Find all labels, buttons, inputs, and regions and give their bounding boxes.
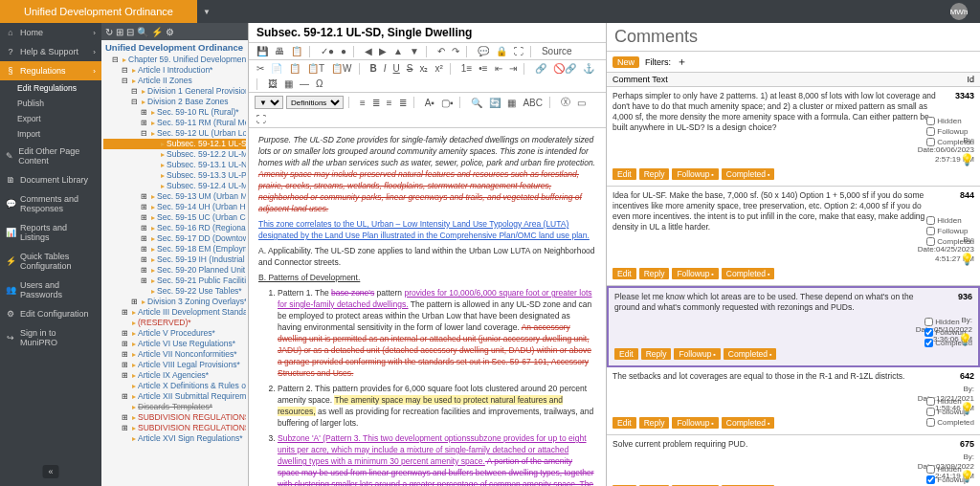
tree-item[interactable]: ⊞▸Sec. 59-18 EM (Employment)* [103, 244, 246, 254]
lightbulb-icon[interactable]: 💡 [960, 470, 974, 483]
table-icon[interactable]: ▦ [282, 77, 295, 90]
tree-item[interactable]: ⊞▸Sec. 59-19 IH (Industrial Heavy)* [103, 254, 246, 265]
paste-icon[interactable]: 📋 [287, 62, 302, 75]
tree-item[interactable]: ⊞▸Article VIII Legal Provisions* [103, 360, 246, 370]
next-icon[interactable]: ▶ [377, 45, 389, 57]
defs-select[interactable]: Definitions [286, 96, 344, 109]
followup-checkbox[interactable] [926, 127, 935, 136]
lightbulb-icon[interactable]: 💡 [960, 402, 974, 415]
bold-icon[interactable]: B [368, 62, 379, 75]
save-icon[interactable]: 💾 [255, 45, 270, 57]
tree-item[interactable]: ▸Subsec. 59-13.3 UL-PO, Profession [103, 170, 246, 181]
sidebar-item-6[interactable]: 📊Reports and Listings [0, 218, 101, 247]
reply-button[interactable]: Reply [639, 268, 670, 279]
fold-icon[interactable]: ⊞ [140, 276, 148, 286]
fold-icon[interactable]: ⊞ [140, 265, 148, 276]
tree-item[interactable]: ⊞▸Article V Procedures* [103, 328, 246, 339]
followup-button[interactable]: Followup [672, 268, 718, 279]
tree-item[interactable]: ⊞▸Article III Development Standards* [103, 307, 246, 318]
paste-text-icon[interactable]: 📋T [305, 62, 326, 75]
header-dropdown-icon[interactable]: ▼ [197, 8, 216, 16]
bg-color-icon[interactable]: ▢▪ [439, 97, 456, 109]
comment-row[interactable]: Perhaps simpler to only have 2 patterns.… [607, 87, 980, 187]
tree-item[interactable]: ⊟▸Article I Introduction* [103, 65, 246, 76]
followup-button[interactable]: Followup [672, 168, 718, 180]
tree-item[interactable]: ▸Subsec. 59-13.1 UL-NC, Neighborh [103, 160, 246, 170]
spellcheck-icon[interactable]: ABC [521, 97, 545, 109]
undo-icon[interactable]: ↶ [435, 45, 447, 57]
sidebar-item-3[interactable]: ✎Edit Other Page Content [0, 142, 101, 170]
tree-item[interactable]: ⊞▸Sec. 59-11 RM (Rural Medium)* [103, 118, 246, 128]
fold-icon[interactable]: ⊞ [140, 244, 148, 254]
indent-icon[interactable]: ⇥ [507, 62, 519, 75]
fold-icon[interactable]: ⊞ [140, 212, 148, 223]
comment-row[interactable]: Solve current problem requiring PUD.675B… [607, 435, 980, 486]
completed-button[interactable]: Completed [722, 417, 775, 429]
sidebar-item-0[interactable]: ⌂Home› [0, 23, 101, 42]
followup-checkbox[interactable] [926, 408, 935, 416]
completed-checkbox[interactable] [926, 237, 935, 246]
completed-checkbox[interactable] [926, 418, 935, 427]
source-button[interactable]: Source [540, 45, 574, 57]
fold-icon[interactable]: ⊞ [130, 297, 139, 307]
cut-icon[interactable]: ✂ [255, 62, 266, 75]
comment-row[interactable]: The setbacks and lot coverages are equal… [607, 367, 980, 435]
fold-icon[interactable]: ⊟ [140, 128, 148, 139]
tree-item[interactable]: ⊞▸Sec. 59-14 UH (Urban High)* [103, 202, 246, 212]
align-right-icon[interactable]: ≡ [385, 97, 394, 109]
fold-icon[interactable]: ⊟ [121, 76, 129, 86]
remove-format-icon[interactable]: Ⓧ [559, 95, 572, 110]
copy2-icon[interactable]: 📄 [269, 62, 284, 75]
edit-button[interactable]: Edit [612, 268, 636, 279]
hidden-checkbox[interactable] [926, 397, 935, 406]
reply-button[interactable]: Reply [641, 348, 672, 360]
tree-item[interactable]: ⊞▸Sec. 59-20 Planned Unit Developm [103, 265, 246, 276]
link-icon[interactable]: 🔗 [533, 62, 548, 75]
edit-button[interactable]: Edit [612, 417, 636, 429]
fold-icon[interactable]: ⊞ [121, 307, 129, 318]
followup-button[interactable]: Followup [672, 417, 718, 429]
track-off-icon[interactable]: ● [339, 45, 348, 57]
tree-item[interactable]: ▸Subsec. 59-12.4 UL-MX, Mixed Use [103, 181, 246, 191]
tree-item[interactable]: ⊞▸Article VII Nonconformities* [103, 349, 246, 360]
fold-icon[interactable]: ⊟ [130, 97, 139, 107]
prev-icon[interactable]: ◀ [363, 45, 374, 57]
hidden-checkbox[interactable] [926, 216, 935, 225]
tree-item[interactable]: ⊞▸Article IX Agencies* [103, 370, 246, 381]
fold-icon[interactable]: ⊟ [121, 65, 129, 76]
lightbulb-icon[interactable]: 💡 [960, 253, 974, 266]
tree-item[interactable]: ▸(RESERVED)* [103, 318, 246, 328]
fold-icon[interactable]: ⊞ [140, 202, 148, 212]
tree-item[interactable]: ⊟▸Article II Zones [103, 76, 246, 86]
tree-item[interactable]: ⊟▸Chapter 59. Unified Development Code [103, 55, 246, 65]
sidebar-item-9[interactable]: ⚙Edit Configuration [0, 304, 101, 323]
sidebar-item-10[interactable]: ↪Sign in to MuniPRO [0, 323, 101, 352]
fold-icon[interactable]: ⊟ [130, 86, 139, 97]
tree-item[interactable]: ⊞▸Sec. 59-13 UM (Urban Medium)* [103, 191, 246, 202]
completed-button[interactable]: Completed [724, 348, 777, 360]
fullscreen-icon[interactable]: ⛶ [512, 45, 525, 57]
fold-icon[interactable]: ⊞ [121, 328, 129, 339]
tree-item[interactable]: ⊞▸Sec. 59-21 Public Facilities (PF)* [103, 276, 246, 286]
paste-word-icon[interactable]: 📋W [329, 62, 353, 75]
sidebar-sub-1[interactable]: Publish [0, 96, 101, 111]
fold-icon[interactable]: ⊞ [121, 360, 129, 370]
tree-item[interactable]: ⊞▸Division 3 Zoning Overlays* [103, 297, 246, 307]
comment-row[interactable]: Please let me know which lot areas are t… [607, 286, 980, 367]
editor-body[interactable]: Purpose. The UL-SD Zone provides for sin… [249, 128, 606, 486]
tree-item[interactable]: ⊞▸Article VI Use Regulations* [103, 339, 246, 349]
sidebar-item-7[interactable]: ⚡Quick Tables Configuration [0, 247, 101, 276]
fold-icon[interactable]: ⊞ [121, 423, 129, 433]
tree-search-icon[interactable]: 🔍 [137, 27, 148, 37]
tree-link-icon[interactable]: ⚡ [151, 27, 163, 37]
edit-button[interactable]: Edit [614, 348, 638, 360]
add-filter-icon[interactable]: ＋ [677, 55, 687, 69]
sidebar-sub-2[interactable]: Export [0, 111, 101, 126]
ol-icon[interactable]: 1≡ [459, 62, 474, 75]
fold-icon[interactable]: ⊞ [140, 107, 148, 118]
sidebar-collapse-icon[interactable]: « [42, 465, 58, 478]
replace-icon[interactable]: 🔄 [487, 97, 502, 109]
fold-icon[interactable]: ⊞ [140, 254, 148, 265]
tree-expand-icon[interactable]: ⊞ [116, 27, 123, 37]
sidebar-item-4[interactable]: 🗎Document Library [0, 170, 101, 189]
